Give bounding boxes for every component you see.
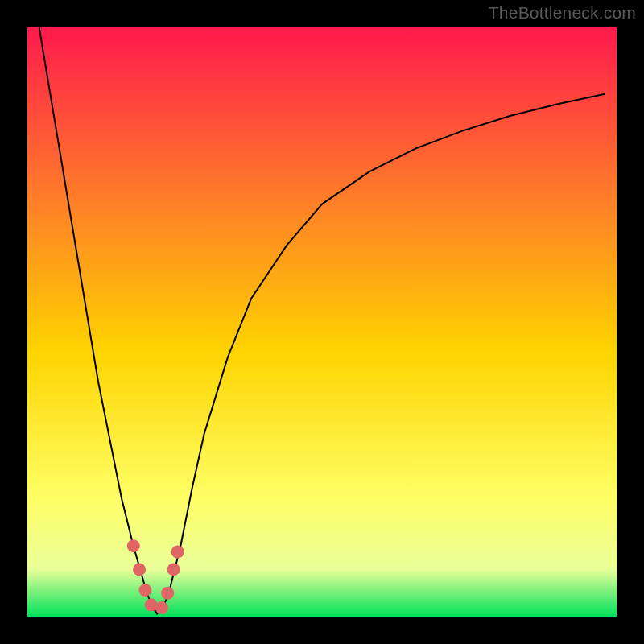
highlight-marker [138, 584, 151, 597]
highlight-marker [171, 545, 184, 558]
highlight-marker [155, 601, 168, 614]
highlight-marker [167, 563, 180, 576]
plot-area [27, 27, 617, 617]
highlight-marker [127, 539, 140, 552]
chart-container: { "watermark": "TheBottleneck.com", "cha… [0, 0, 644, 644]
gradient-background [27, 27, 617, 617]
bottleneck-chart [27, 27, 617, 617]
watermark-text: TheBottleneck.com [489, 3, 636, 23]
highlight-marker [161, 587, 174, 600]
highlight-marker [133, 563, 146, 576]
